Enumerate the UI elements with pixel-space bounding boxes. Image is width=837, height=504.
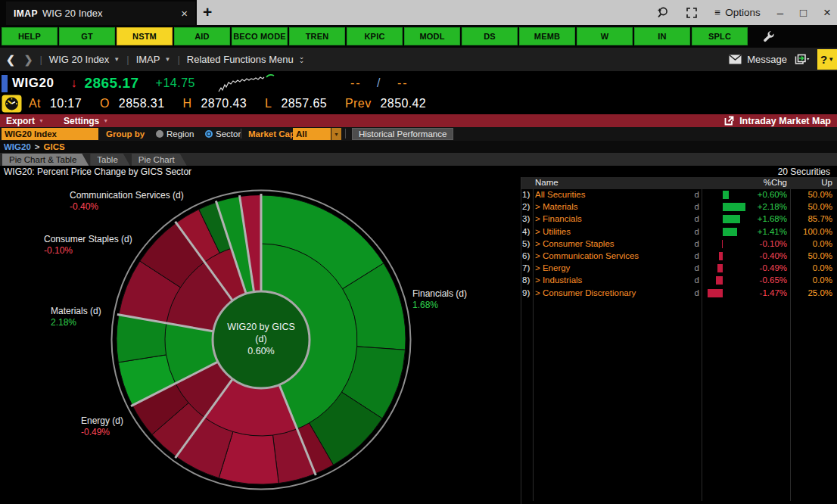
sector-name[interactable]: > Materials xyxy=(535,202,578,211)
tab-pie-chart[interactable]: Pie Chart xyxy=(132,154,187,166)
pct-change-value: -1.47% xyxy=(760,288,787,297)
maximize-button[interactable]: □ xyxy=(800,6,807,19)
row-number: 9) xyxy=(522,288,532,297)
column-header-chg[interactable]: %Chg xyxy=(764,178,787,187)
function-key-row: HELP GT NSTM AID BECO MODE TREN KPIC MOD… xyxy=(0,25,837,48)
tab-pie-chart-and-table[interactable]: Pie Chart & Table xyxy=(2,154,89,166)
fn-modl[interactable]: MODL xyxy=(404,27,460,45)
up-pct-value: 0.0% xyxy=(813,239,832,248)
table-row[interactable]: 7) > Energy d -0.49% 0.0% xyxy=(521,263,837,275)
nav-related-functions[interactable]: Related Functions Menu xyxy=(187,54,294,65)
app-toolbar: Export ▼ Settings ▼ Intraday Market Map xyxy=(0,114,837,127)
sector-table: Name %Chg Up 1) All Securities d +0.60% … xyxy=(521,177,837,504)
fn-beco-mode[interactable]: BECO MODE xyxy=(232,27,288,45)
intraday-market-map-link[interactable]: Intraday Market Map xyxy=(724,116,831,126)
row-number: 1) xyxy=(522,190,532,199)
fn-ds[interactable]: DS xyxy=(462,27,518,45)
chg-bar xyxy=(708,289,723,297)
pct-change-value: +0.60% xyxy=(758,190,787,199)
options-menu[interactable]: ≡ Options xyxy=(714,7,760,18)
price-direction-arrow-icon: ↓ xyxy=(70,76,76,90)
index-input[interactable] xyxy=(2,128,98,140)
window-tab[interactable]: IMAP WIG 20 Index × xyxy=(6,2,195,25)
callout-financials: Financials (d) 1.68% xyxy=(412,288,467,311)
fn-nstm[interactable]: NSTM xyxy=(117,27,173,45)
market-cap-select[interactable]: All xyxy=(293,128,331,140)
table-row[interactable]: 1) All Securities d +0.60% 50.0% xyxy=(521,189,837,201)
sector-name[interactable]: > Financials xyxy=(535,214,582,223)
tab-close-icon[interactable]: × xyxy=(181,7,188,20)
sector-name[interactable]: > Industrials xyxy=(535,275,582,285)
sector-name[interactable]: > Energy xyxy=(535,263,570,272)
up-pct-value: 0.0% xyxy=(813,263,832,272)
delayed-flag: d xyxy=(692,214,699,223)
sector-radio[interactable] xyxy=(205,130,213,138)
export-menu[interactable]: Export ▼ xyxy=(6,116,44,126)
table-row[interactable]: 8) > Industrials d -0.65% 0.0% xyxy=(521,275,837,287)
quote-time: 10:17 xyxy=(50,97,82,110)
market-cap-dropdown-arrow[interactable]: ▼ xyxy=(331,128,341,140)
table-row[interactable]: 5) > Consumer Staples d -0.10% 0.0% xyxy=(521,238,837,250)
expand-icon[interactable] xyxy=(686,7,698,19)
nav-security-menu[interactable]: WIG 20 Index xyxy=(49,54,109,65)
bid-value: -- xyxy=(350,76,362,89)
wrench-icon[interactable] xyxy=(763,30,774,42)
table-row[interactable]: 4) > Utilities d +1.41% 100.0% xyxy=(521,226,837,238)
sector-name[interactable]: All Securities xyxy=(535,190,585,199)
column-header-up[interactable]: Up xyxy=(821,178,832,187)
table-row[interactable]: 3) > Financials d +1.68% 85.7% xyxy=(521,213,837,226)
sector-name[interactable]: > Consumer Staples xyxy=(535,239,615,248)
back-arrow-icon[interactable]: ❮ xyxy=(6,54,15,66)
fn-in[interactable]: IN xyxy=(634,27,690,45)
up-pct-value: 85.7% xyxy=(807,214,832,223)
expand-arrow: > xyxy=(535,288,543,297)
new-tab-button[interactable]: + xyxy=(203,2,212,23)
help-button[interactable]: ? ▼ xyxy=(817,49,837,70)
minimize-button[interactable]: – xyxy=(777,6,783,19)
table-row[interactable]: 6) > Communication Services d -0.40% 50.… xyxy=(521,250,837,263)
breadcrumb-root[interactable]: WIG20 xyxy=(4,142,31,151)
help-label: ? xyxy=(820,53,827,66)
region-radio[interactable] xyxy=(156,130,163,138)
fn-help[interactable]: HELP xyxy=(2,27,58,45)
delayed-flag: d xyxy=(692,275,699,285)
sector-name[interactable]: > Consumer Discretionary xyxy=(535,288,636,297)
fn-tren[interactable]: TREN xyxy=(289,27,345,45)
nav-function-menu[interactable]: IMAP xyxy=(136,54,160,65)
search-zoom-icon[interactable] xyxy=(656,6,669,19)
delayed-flag: d xyxy=(692,239,699,248)
up-pct-value: 50.0% xyxy=(807,190,832,199)
chg-bar xyxy=(723,215,740,223)
chg-bar xyxy=(716,276,723,285)
tab-table[interactable]: Table xyxy=(90,154,130,166)
settings-menu[interactable]: Settings ▼ xyxy=(64,116,108,126)
fn-aid[interactable]: AID xyxy=(174,27,230,45)
sunburst-chart[interactable]: WIG20 by GICS(d)0.60% xyxy=(0,178,521,504)
tab-title: WIG 20 Index xyxy=(42,8,102,19)
forward-arrow-icon[interactable]: ❯ xyxy=(24,54,33,66)
fn-memb[interactable]: MEMB xyxy=(519,27,575,45)
chevron-down-icon: ▼ xyxy=(114,56,120,63)
envelope-icon xyxy=(729,54,742,64)
sector-name[interactable]: > Utilities xyxy=(535,227,571,236)
fn-splc[interactable]: SPLC xyxy=(692,27,748,45)
pct-change-value: -0.40% xyxy=(760,251,787,260)
imap-window: IMAP WIG 20 Index × + ≡ Options – □ × xyxy=(0,0,837,504)
intraday-sparkline xyxy=(216,73,281,93)
fn-w[interactable]: W xyxy=(577,27,633,45)
historical-performance-button[interactable]: Historical Performance xyxy=(352,128,453,140)
sector-name[interactable]: > Communication Services xyxy=(535,251,639,260)
column-header-name[interactable]: Name xyxy=(535,178,559,187)
fn-kpic[interactable]: KPIC xyxy=(347,27,403,45)
panel-export-icon[interactable] xyxy=(795,54,810,65)
table-row[interactable]: 2) > Materials d +2.18% 50.0% xyxy=(521,201,837,213)
options-label: Options xyxy=(725,7,761,18)
table-row[interactable]: 9) > Consumer Discretionary d -1.47% 25.… xyxy=(521,288,837,300)
row-number: 8) xyxy=(522,275,532,285)
callout-communication-services: Communication Services (d) -0.40% xyxy=(70,190,184,213)
message-button[interactable]: Message xyxy=(729,54,787,65)
close-button[interactable]: × xyxy=(823,5,831,20)
ticker: WIG20 xyxy=(12,76,54,91)
fn-gt[interactable]: GT xyxy=(59,27,115,45)
ask-value: -- xyxy=(397,76,409,89)
